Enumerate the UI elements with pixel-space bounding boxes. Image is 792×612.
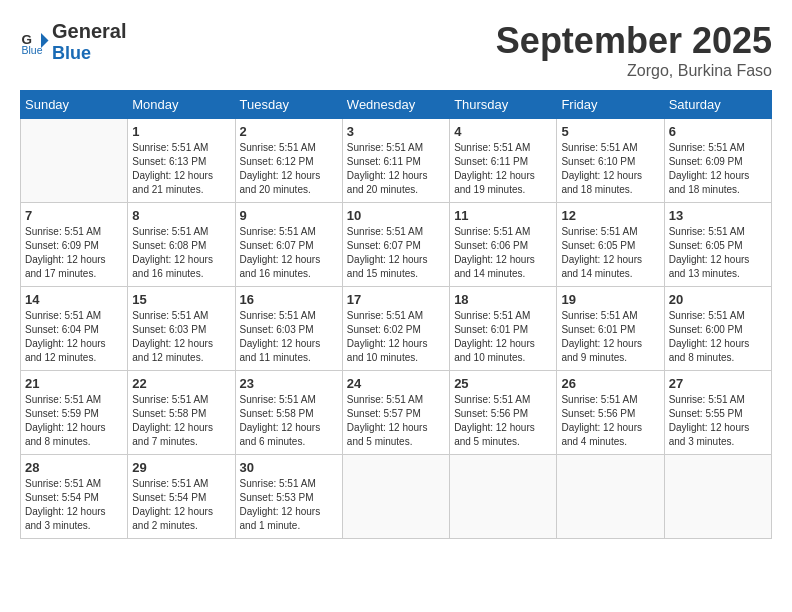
calendar-cell: 21Sunrise: 5:51 AM Sunset: 5:59 PM Dayli…: [21, 371, 128, 455]
logo: G Blue General Blue: [20, 20, 126, 64]
day-info: Sunrise: 5:51 AM Sunset: 5:59 PM Dayligh…: [25, 393, 123, 449]
day-number: 12: [561, 208, 659, 223]
week-row-3: 14Sunrise: 5:51 AM Sunset: 6:04 PM Dayli…: [21, 287, 772, 371]
day-number: 15: [132, 292, 230, 307]
day-number: 23: [240, 376, 338, 391]
calendar-table: SundayMondayTuesdayWednesdayThursdayFrid…: [20, 90, 772, 539]
day-number: 16: [240, 292, 338, 307]
calendar-cell: 12Sunrise: 5:51 AM Sunset: 6:05 PM Dayli…: [557, 203, 664, 287]
day-number: 21: [25, 376, 123, 391]
calendar-cell: [557, 455, 664, 539]
day-info: Sunrise: 5:51 AM Sunset: 6:11 PM Dayligh…: [454, 141, 552, 197]
calendar-cell: 19Sunrise: 5:51 AM Sunset: 6:01 PM Dayli…: [557, 287, 664, 371]
month-title: September 2025: [496, 20, 772, 62]
header-day-thursday: Thursday: [450, 91, 557, 119]
day-number: 24: [347, 376, 445, 391]
day-info: Sunrise: 5:51 AM Sunset: 6:12 PM Dayligh…: [240, 141, 338, 197]
header-day-sunday: Sunday: [21, 91, 128, 119]
day-info: Sunrise: 5:51 AM Sunset: 6:05 PM Dayligh…: [561, 225, 659, 281]
day-info: Sunrise: 5:51 AM Sunset: 5:53 PM Dayligh…: [240, 477, 338, 533]
day-number: 7: [25, 208, 123, 223]
calendar-cell: 4Sunrise: 5:51 AM Sunset: 6:11 PM Daylig…: [450, 119, 557, 203]
calendar-cell: 13Sunrise: 5:51 AM Sunset: 6:05 PM Dayli…: [664, 203, 771, 287]
week-row-1: 1Sunrise: 5:51 AM Sunset: 6:13 PM Daylig…: [21, 119, 772, 203]
calendar-cell: 9Sunrise: 5:51 AM Sunset: 6:07 PM Daylig…: [235, 203, 342, 287]
day-info: Sunrise: 5:51 AM Sunset: 6:02 PM Dayligh…: [347, 309, 445, 365]
calendar-cell: 7Sunrise: 5:51 AM Sunset: 6:09 PM Daylig…: [21, 203, 128, 287]
calendar-cell: 30Sunrise: 5:51 AM Sunset: 5:53 PM Dayli…: [235, 455, 342, 539]
day-number: 19: [561, 292, 659, 307]
day-info: Sunrise: 5:51 AM Sunset: 5:56 PM Dayligh…: [454, 393, 552, 449]
calendar-cell: 1Sunrise: 5:51 AM Sunset: 6:13 PM Daylig…: [128, 119, 235, 203]
day-info: Sunrise: 5:51 AM Sunset: 5:58 PM Dayligh…: [132, 393, 230, 449]
day-info: Sunrise: 5:51 AM Sunset: 6:04 PM Dayligh…: [25, 309, 123, 365]
day-number: 14: [25, 292, 123, 307]
day-number: 10: [347, 208, 445, 223]
day-info: Sunrise: 5:51 AM Sunset: 6:00 PM Dayligh…: [669, 309, 767, 365]
day-number: 5: [561, 124, 659, 139]
calendar-cell: 10Sunrise: 5:51 AM Sunset: 6:07 PM Dayli…: [342, 203, 449, 287]
day-number: 17: [347, 292, 445, 307]
day-info: Sunrise: 5:51 AM Sunset: 6:01 PM Dayligh…: [454, 309, 552, 365]
day-info: Sunrise: 5:51 AM Sunset: 6:03 PM Dayligh…: [132, 309, 230, 365]
calendar-cell: 17Sunrise: 5:51 AM Sunset: 6:02 PM Dayli…: [342, 287, 449, 371]
calendar-cell: 24Sunrise: 5:51 AM Sunset: 5:57 PM Dayli…: [342, 371, 449, 455]
calendar-cell: 29Sunrise: 5:51 AM Sunset: 5:54 PM Dayli…: [128, 455, 235, 539]
day-number: 3: [347, 124, 445, 139]
day-number: 8: [132, 208, 230, 223]
calendar-cell: 15Sunrise: 5:51 AM Sunset: 6:03 PM Dayli…: [128, 287, 235, 371]
day-number: 4: [454, 124, 552, 139]
calendar-cell: 11Sunrise: 5:51 AM Sunset: 6:06 PM Dayli…: [450, 203, 557, 287]
header-day-tuesday: Tuesday: [235, 91, 342, 119]
day-number: 28: [25, 460, 123, 475]
day-number: 22: [132, 376, 230, 391]
day-info: Sunrise: 5:51 AM Sunset: 6:03 PM Dayligh…: [240, 309, 338, 365]
title-block: September 2025 Zorgo, Burkina Faso: [496, 20, 772, 80]
calendar-cell: 5Sunrise: 5:51 AM Sunset: 6:10 PM Daylig…: [557, 119, 664, 203]
calendar-cell: 3Sunrise: 5:51 AM Sunset: 6:11 PM Daylig…: [342, 119, 449, 203]
calendar-cell: 6Sunrise: 5:51 AM Sunset: 6:09 PM Daylig…: [664, 119, 771, 203]
calendar-cell: 8Sunrise: 5:51 AM Sunset: 6:08 PM Daylig…: [128, 203, 235, 287]
logo-icon: G Blue: [20, 27, 50, 57]
day-info: Sunrise: 5:51 AM Sunset: 6:05 PM Dayligh…: [669, 225, 767, 281]
day-info: Sunrise: 5:51 AM Sunset: 5:55 PM Dayligh…: [669, 393, 767, 449]
day-info: Sunrise: 5:51 AM Sunset: 5:54 PM Dayligh…: [25, 477, 123, 533]
logo-blue: Blue: [52, 43, 126, 64]
calendar-cell: [450, 455, 557, 539]
day-info: Sunrise: 5:51 AM Sunset: 5:57 PM Dayligh…: [347, 393, 445, 449]
week-row-2: 7Sunrise: 5:51 AM Sunset: 6:09 PM Daylig…: [21, 203, 772, 287]
calendar-cell: 22Sunrise: 5:51 AM Sunset: 5:58 PM Dayli…: [128, 371, 235, 455]
calendar-cell: 23Sunrise: 5:51 AM Sunset: 5:58 PM Dayli…: [235, 371, 342, 455]
calendar-cell: 27Sunrise: 5:51 AM Sunset: 5:55 PM Dayli…: [664, 371, 771, 455]
calendar-cell: 18Sunrise: 5:51 AM Sunset: 6:01 PM Dayli…: [450, 287, 557, 371]
day-info: Sunrise: 5:51 AM Sunset: 6:06 PM Dayligh…: [454, 225, 552, 281]
day-info: Sunrise: 5:51 AM Sunset: 6:09 PM Dayligh…: [25, 225, 123, 281]
day-number: 27: [669, 376, 767, 391]
day-number: 18: [454, 292, 552, 307]
calendar-cell: [21, 119, 128, 203]
day-info: Sunrise: 5:51 AM Sunset: 6:07 PM Dayligh…: [240, 225, 338, 281]
calendar-cell: 14Sunrise: 5:51 AM Sunset: 6:04 PM Dayli…: [21, 287, 128, 371]
day-number: 9: [240, 208, 338, 223]
calendar-cell: 28Sunrise: 5:51 AM Sunset: 5:54 PM Dayli…: [21, 455, 128, 539]
day-number: 1: [132, 124, 230, 139]
calendar-cell: [342, 455, 449, 539]
day-number: 6: [669, 124, 767, 139]
day-number: 13: [669, 208, 767, 223]
day-number: 30: [240, 460, 338, 475]
page-header: G Blue General Blue September 2025 Zorgo…: [20, 20, 772, 80]
calendar-cell: 20Sunrise: 5:51 AM Sunset: 6:00 PM Dayli…: [664, 287, 771, 371]
calendar-cell: 2Sunrise: 5:51 AM Sunset: 6:12 PM Daylig…: [235, 119, 342, 203]
day-number: 11: [454, 208, 552, 223]
day-info: Sunrise: 5:51 AM Sunset: 6:01 PM Dayligh…: [561, 309, 659, 365]
svg-text:Blue: Blue: [22, 44, 43, 56]
day-info: Sunrise: 5:51 AM Sunset: 6:07 PM Dayligh…: [347, 225, 445, 281]
header-day-wednesday: Wednesday: [342, 91, 449, 119]
header-day-saturday: Saturday: [664, 91, 771, 119]
header-row: SundayMondayTuesdayWednesdayThursdayFrid…: [21, 91, 772, 119]
day-info: Sunrise: 5:51 AM Sunset: 5:56 PM Dayligh…: [561, 393, 659, 449]
day-info: Sunrise: 5:51 AM Sunset: 6:08 PM Dayligh…: [132, 225, 230, 281]
calendar-cell: 26Sunrise: 5:51 AM Sunset: 5:56 PM Dayli…: [557, 371, 664, 455]
day-info: Sunrise: 5:51 AM Sunset: 6:13 PM Dayligh…: [132, 141, 230, 197]
header-day-friday: Friday: [557, 91, 664, 119]
